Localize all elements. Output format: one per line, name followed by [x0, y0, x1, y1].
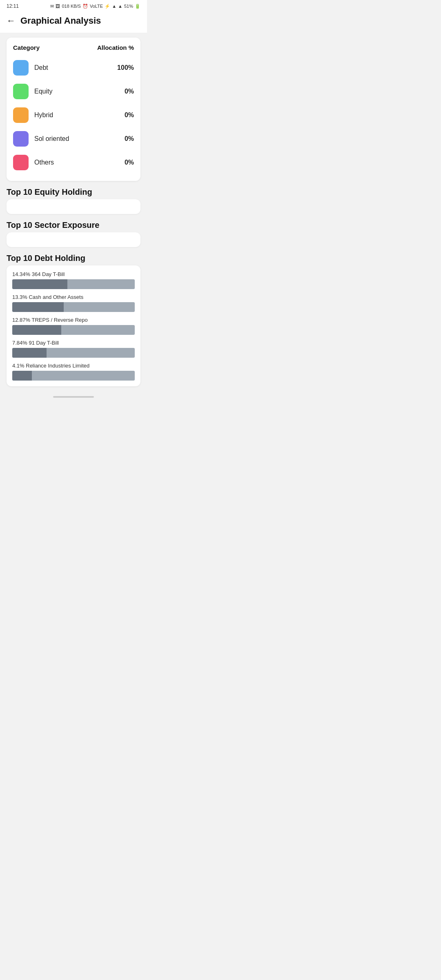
- category-row-hybrid: Hybrid 0%: [13, 103, 134, 127]
- debt-item-5: 4.1% Reliance Industries Limited: [12, 363, 135, 381]
- sol-oriented-color-swatch: [13, 131, 29, 147]
- debt-item-2-label: 13.3% Cash and Other Assets: [12, 294, 135, 300]
- debt-item-3-fill: [12, 325, 61, 335]
- debt-item-3-bar: [12, 325, 135, 335]
- hybrid-label: Hybrid: [34, 111, 53, 119]
- mail-icon: ✉: [50, 4, 54, 9]
- wifi-icon: ▲: [112, 4, 116, 9]
- volte-icon: VoLTE: [90, 4, 103, 9]
- back-button[interactable]: ←: [7, 16, 16, 26]
- debt-section-title: Top 10 Debt Holding: [7, 254, 140, 263]
- debt-item-3-label: 12.87% TREPS / Reverse Repo: [12, 317, 135, 323]
- debt-label: Debt: [34, 64, 48, 71]
- category-row-debt: Debt 100%: [13, 56, 134, 80]
- page-header: ← Graphical Analysis: [0, 11, 147, 33]
- debt-item-2-fill: [12, 302, 64, 312]
- status-bar: 12:11 ✉ 🖼 018 KB/S ⏰ VoLTE ⚡ ▲ ▲ 51% 🔋: [0, 0, 147, 11]
- others-label: Others: [34, 159, 54, 166]
- debt-item-5-fill: [12, 371, 32, 381]
- bluetooth-icon: ⚡: [105, 4, 110, 9]
- signal-icon: ▲: [118, 4, 122, 9]
- category-row-equity: Equity 0%: [13, 80, 134, 103]
- category-row-sol-oriented: Sol oriented 0%: [13, 127, 134, 151]
- hybrid-allocation: 0%: [125, 111, 134, 119]
- sector-section-title: Top 10 Sector Exposure: [7, 220, 140, 230]
- sol-oriented-allocation: 0%: [125, 135, 134, 143]
- status-icons: ✉ 🖼 018 KB/S ⏰ VoLTE ⚡ ▲ ▲ 51% 🔋: [50, 4, 140, 9]
- debt-item-2-bar: [12, 302, 135, 312]
- debt-item-4-label: 7.84% 91 Day T-Bill: [12, 340, 135, 346]
- status-time: 12:11: [7, 3, 19, 9]
- category-card-header: Category Allocation %: [13, 44, 134, 51]
- category-col-header: Category: [13, 44, 40, 51]
- main-content: Category Allocation % Debt 100% Equity 0…: [0, 33, 147, 404]
- kb-indicator: 018 KB/S: [62, 4, 80, 9]
- sector-empty-card: [7, 232, 140, 247]
- alarm-icon: ⏰: [82, 4, 88, 9]
- allocation-col-header: Allocation %: [97, 44, 134, 51]
- equity-section-title: Top 10 Equity Holding: [7, 187, 140, 197]
- debt-item-1-label: 14.34% 364 Day T-Bill: [12, 271, 135, 277]
- category-allocation-card: Category Allocation % Debt 100% Equity 0…: [7, 38, 140, 181]
- equity-color-swatch: [13, 84, 29, 99]
- equity-allocation: 0%: [125, 88, 134, 95]
- sector-section: Top 10 Sector Exposure: [7, 220, 140, 247]
- others-allocation: 0%: [125, 159, 134, 166]
- debt-item-5-bar: [12, 371, 135, 381]
- image-icon: 🖼: [56, 4, 60, 9]
- equity-empty-card: [7, 199, 140, 214]
- debt-item-1-fill: [12, 279, 67, 289]
- scroll-bar: [53, 396, 94, 398]
- debt-item-3: 12.87% TREPS / Reverse Repo: [12, 317, 135, 335]
- battery-icon: 🔋: [135, 4, 140, 9]
- page-title: Graphical Analysis: [20, 16, 101, 26]
- category-row-others: Others 0%: [13, 151, 134, 174]
- debt-item-4-fill: [12, 348, 47, 358]
- debt-color-swatch: [13, 60, 29, 76]
- debt-item-1: 14.34% 364 Day T-Bill: [12, 271, 135, 289]
- sol-oriented-label: Sol oriented: [34, 135, 69, 143]
- battery-level: 51%: [124, 4, 133, 9]
- equity-label: Equity: [34, 88, 52, 95]
- debt-item-4: 7.84% 91 Day T-Bill: [12, 340, 135, 358]
- hybrid-color-swatch: [13, 107, 29, 123]
- debt-item-2: 13.3% Cash and Other Assets: [12, 294, 135, 312]
- debt-section: Top 10 Debt Holding 14.34% 364 Day T-Bil…: [7, 254, 140, 386]
- equity-section: Top 10 Equity Holding: [7, 187, 140, 214]
- debt-item-5-label: 4.1% Reliance Industries Limited: [12, 363, 135, 369]
- scroll-indicator: [7, 393, 140, 399]
- debt-item-1-bar: [12, 279, 135, 289]
- debt-item-4-bar: [12, 348, 135, 358]
- debt-holding-card: 14.34% 364 Day T-Bill 13.3% Cash and Oth…: [7, 265, 140, 386]
- others-color-swatch: [13, 155, 29, 170]
- debt-allocation: 100%: [117, 64, 134, 71]
